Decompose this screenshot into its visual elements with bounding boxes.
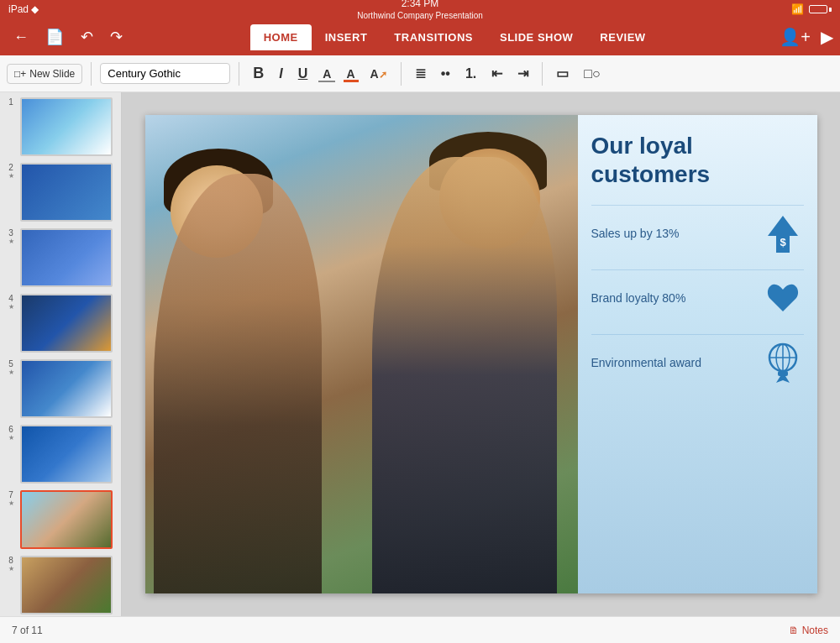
toolbar-divider-1 — [91, 62, 92, 86]
slide-image-5 — [20, 359, 113, 418]
present-button[interactable]: ▶ — [821, 27, 833, 47]
slide-thumb-7[interactable]: 7 ★ — [3, 489, 118, 551]
indent-increase-button[interactable]: ⇥ — [512, 62, 533, 85]
tab-right-icons: 👤+ ▶ — [780, 27, 833, 47]
status-bar: iPad ◆ 2:34 PM Northwind Company Present… — [0, 0, 840, 18]
slide-photo — [145, 115, 582, 593]
slide-image-3 — [20, 228, 113, 287]
slide-canvas[interactable]: Our loyal customers Sales up by 13% $ Br… — [145, 115, 817, 593]
slide-image-4 — [20, 294, 113, 353]
stat-row-env: Environmental award — [591, 334, 804, 390]
slide-image-2 — [20, 163, 113, 222]
slide-image-8 — [20, 556, 113, 614]
toolbar: □+ New Slide B I U A A A➚ ≣ •• 1. ⇤ ⇥ ▭ … — [0, 55, 840, 92]
tab-insert[interactable]: INSERT — [312, 24, 381, 50]
font-size-button[interactable]: A — [318, 64, 336, 84]
svg-rect-6 — [778, 371, 788, 376]
page-info: 7 of 11 — [12, 625, 43, 636]
bold-button[interactable]: B — [248, 61, 269, 86]
toolbar-divider-4 — [542, 62, 543, 86]
status-center: 2:34 PM Northwind Company Presentation — [357, 0, 483, 21]
slide-image-6 — [20, 425, 113, 484]
new-slide-button[interactable]: □+ New Slide — [7, 64, 82, 84]
tab-transitions[interactable]: TRANSITIONS — [381, 24, 486, 50]
slide-thumb-8[interactable]: 8 ★ — [3, 554, 118, 616]
indent-decrease-button[interactable]: ⇤ — [486, 62, 507, 85]
slide-image-1 — [20, 97, 113, 156]
slide-thumb-2[interactable]: 2 ★ — [3, 161, 118, 223]
numbering-button[interactable]: 1. — [460, 63, 481, 85]
underline-button[interactable]: U — [293, 63, 313, 85]
back-button[interactable]: ← — [7, 25, 35, 50]
main-content: 1 2 ★ 3 ★ — [0, 92, 840, 616]
status-left: iPad ◆ — [8, 3, 39, 15]
tab-bar: ← 📄 ↶ ↷ HOME INSERT TRANSITIONS SLIDE SH… — [0, 18, 840, 55]
presentation-title: Northwind Company Presentation — [357, 11, 483, 20]
slide-area: Our loyal customers Sales up by 13% $ Br… — [122, 92, 840, 616]
svg-text:$: $ — [780, 236, 786, 248]
bottom-bar: 7 of 11 🗎 Notes — [0, 616, 840, 643]
tab-home[interactable]: HOME — [250, 24, 312, 50]
shape-button[interactable]: □○ — [579, 63, 605, 85]
slide-title: Our loyal customers — [591, 132, 804, 188]
new-slide-icon: □+ — [14, 68, 26, 80]
font-color-button[interactable]: A — [341, 64, 360, 84]
slide-thumb-4[interactable]: 4 ★ — [3, 292, 118, 354]
heart-icon — [762, 277, 804, 319]
align-center-button[interactable]: ≣ — [410, 62, 431, 85]
slide-info-panel: Our loyal customers Sales up by 13% $ Br… — [578, 115, 817, 593]
globe-icon — [762, 342, 804, 384]
slide-image-7 — [20, 490, 113, 549]
slide-thumb-1[interactable]: 1 — [3, 96, 118, 158]
slide-thumb-5[interactable]: 5 ★ — [3, 358, 118, 420]
tab-review[interactable]: REVIEW — [586, 24, 659, 50]
redo-button[interactable]: ↷ — [103, 24, 129, 50]
bullets-button[interactable]: •• — [436, 63, 455, 85]
wifi-icon: 📶 — [791, 3, 804, 15]
italic-button[interactable]: I — [274, 63, 287, 85]
stat-text-loyalty: Brand loyalty 80% — [591, 291, 762, 305]
stat-text-env: Environmental award — [591, 356, 762, 369]
text-box-button[interactable]: ▭ — [551, 62, 574, 85]
file-button[interactable]: 📄 — [39, 24, 71, 50]
slide-panel: 1 2 ★ 3 ★ — [0, 92, 122, 616]
tab-slideshow[interactable]: SLIDE SHOW — [486, 24, 586, 50]
font-highlight-button[interactable]: A➚ — [365, 64, 392, 84]
person-left — [154, 174, 322, 593]
tab-group: HOME INSERT TRANSITIONS SLIDE SHOW REVIE… — [250, 24, 659, 50]
stat-text-sales: Sales up by 13% — [591, 227, 762, 240]
notes-button[interactable]: 🗎 Notes — [789, 625, 828, 636]
notes-icon: 🗎 — [789, 625, 799, 636]
stat-row-sales: Sales up by 13% $ — [591, 205, 804, 261]
time: 2:34 PM — [402, 0, 439, 9]
slide-thumb-6[interactable]: 6 ★ — [3, 423, 118, 485]
battery-indicator — [809, 5, 832, 13]
add-user-button[interactable]: 👤+ — [780, 27, 811, 47]
toolbar-divider-3 — [401, 62, 402, 86]
status-right: 📶 — [791, 3, 832, 15]
new-slide-label: New Slide — [29, 68, 75, 80]
toolbar-divider-2 — [239, 62, 239, 86]
notes-label: Notes — [802, 625, 828, 636]
font-name-input[interactable] — [100, 63, 230, 84]
person-right — [372, 157, 557, 593]
slide-thumb-3[interactable]: 3 ★ — [3, 227, 118, 289]
arrow-up-dollar-icon: $ — [762, 212, 804, 254]
undo-button[interactable]: ↶ — [74, 24, 100, 50]
stat-row-loyalty: Brand loyalty 80% — [591, 269, 804, 326]
svg-marker-7 — [776, 376, 790, 383]
